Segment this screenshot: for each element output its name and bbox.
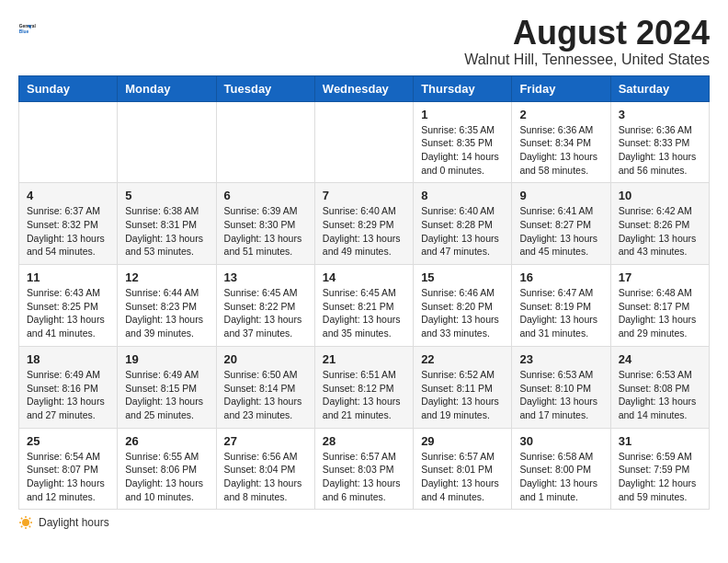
day-info: Sunrise: 6:43 AM Sunset: 8:25 PM Dayligh… — [27, 286, 109, 340]
day-number: 5 — [125, 189, 208, 202]
day-number: 11 — [27, 270, 109, 284]
day-number: 21 — [323, 352, 405, 366]
calendar-cell: 2Sunrise: 6:36 AM Sunset: 8:34 PM Daylig… — [512, 101, 610, 183]
day-number: 23 — [519, 352, 602, 366]
day-number: 9 — [519, 189, 602, 202]
day-number: 30 — [519, 434, 602, 448]
day-info: Sunrise: 6:40 AM Sunset: 8:28 PM Dayligh… — [421, 204, 504, 259]
svg-line-11 — [29, 518, 30, 519]
day-info: Sunrise: 6:59 AM Sunset: 7:59 PM Dayligh… — [619, 450, 701, 504]
col-tuesday: Tuesday — [216, 75, 314, 101]
day-info: Sunrise: 6:36 AM Sunset: 8:33 PM Dayligh… — [619, 123, 701, 178]
header-row: Sunday Monday Tuesday Wednesday Thursday… — [19, 75, 710, 101]
day-number: 14 — [323, 270, 405, 284]
svg-line-8 — [21, 518, 22, 519]
day-number: 4 — [27, 189, 109, 202]
day-number: 16 — [519, 270, 602, 284]
calendar-cell — [216, 101, 314, 183]
calendar-cell: 4Sunrise: 6:37 AM Sunset: 8:32 PM Daylig… — [19, 183, 118, 265]
svg-point-3 — [22, 519, 29, 526]
day-number: 8 — [421, 189, 504, 202]
calendar-week-3: 11Sunrise: 6:43 AM Sunset: 8:25 PM Dayli… — [19, 265, 710, 347]
day-number: 10 — [619, 189, 701, 202]
day-info: Sunrise: 6:52 AM Sunset: 8:11 PM Dayligh… — [421, 368, 504, 422]
day-info: Sunrise: 6:38 AM Sunset: 8:31 PM Dayligh… — [125, 204, 208, 259]
title-area: August 2024 Walnut Hill, Tennessee, Unit… — [464, 15, 710, 68]
calendar-cell: 14Sunrise: 6:45 AM Sunset: 8:21 PM Dayli… — [314, 265, 413, 347]
calendar-cell: 26Sunrise: 6:55 AM Sunset: 8:06 PM Dayli… — [118, 428, 216, 510]
day-number: 24 — [619, 352, 701, 366]
day-info: Sunrise: 6:35 AM Sunset: 8:35 PM Dayligh… — [421, 123, 504, 178]
day-number: 20 — [224, 352, 307, 366]
day-number: 31 — [619, 434, 701, 448]
calendar-week-2: 4Sunrise: 6:37 AM Sunset: 8:32 PM Daylig… — [19, 183, 710, 265]
day-number: 12 — [125, 270, 208, 284]
svg-text:Blue: Blue — [19, 29, 29, 34]
calendar-cell: 20Sunrise: 6:50 AM Sunset: 8:14 PM Dayli… — [216, 346, 314, 428]
sun-icon — [18, 515, 33, 530]
svg-line-10 — [21, 526, 22, 527]
day-info: Sunrise: 6:57 AM Sunset: 8:03 PM Dayligh… — [323, 450, 405, 504]
day-number: 13 — [224, 270, 307, 284]
day-info: Sunrise: 6:48 AM Sunset: 8:17 PM Dayligh… — [619, 286, 701, 340]
calendar-cell: 25Sunrise: 6:54 AM Sunset: 8:07 PM Dayli… — [19, 428, 118, 510]
day-info: Sunrise: 6:55 AM Sunset: 8:06 PM Dayligh… — [125, 450, 208, 504]
calendar-cell: 29Sunrise: 6:57 AM Sunset: 8:01 PM Dayli… — [414, 428, 512, 510]
col-thursday: Thursday — [414, 75, 512, 101]
day-number: 3 — [619, 108, 701, 121]
day-number: 15 — [421, 270, 504, 284]
day-number: 2 — [519, 108, 602, 121]
svg-text:General: General — [19, 24, 36, 29]
calendar-cell: 17Sunrise: 6:48 AM Sunset: 8:17 PM Dayli… — [610, 265, 709, 347]
calendar-cell: 24Sunrise: 6:53 AM Sunset: 8:08 PM Dayli… — [610, 346, 709, 428]
day-info: Sunrise: 6:49 AM Sunset: 8:16 PM Dayligh… — [27, 368, 109, 422]
day-number: 18 — [27, 352, 109, 366]
day-number: 29 — [421, 434, 504, 448]
calendar-week-1: 1Sunrise: 6:35 AM Sunset: 8:35 PM Daylig… — [19, 101, 710, 183]
day-info: Sunrise: 6:50 AM Sunset: 8:14 PM Dayligh… — [224, 368, 307, 422]
calendar-week-4: 18Sunrise: 6:49 AM Sunset: 8:16 PM Dayli… — [19, 346, 710, 428]
calendar-cell: 8Sunrise: 6:40 AM Sunset: 8:28 PM Daylig… — [414, 183, 512, 265]
day-info: Sunrise: 6:36 AM Sunset: 8:34 PM Dayligh… — [519, 123, 602, 178]
day-info: Sunrise: 6:42 AM Sunset: 8:26 PM Dayligh… — [619, 204, 701, 259]
day-info: Sunrise: 6:56 AM Sunset: 8:04 PM Dayligh… — [224, 450, 307, 504]
main-title: August 2024 — [464, 15, 710, 52]
day-info: Sunrise: 6:41 AM Sunset: 8:27 PM Dayligh… — [519, 204, 602, 259]
col-friday: Friday — [512, 75, 610, 101]
day-number: 22 — [421, 352, 504, 366]
day-info: Sunrise: 6:47 AM Sunset: 8:19 PM Dayligh… — [519, 286, 602, 340]
col-sunday: Sunday — [19, 75, 118, 101]
day-info: Sunrise: 6:51 AM Sunset: 8:12 PM Dayligh… — [323, 368, 405, 422]
calendar-cell: 22Sunrise: 6:52 AM Sunset: 8:11 PM Dayli… — [414, 346, 512, 428]
calendar-cell: 15Sunrise: 6:46 AM Sunset: 8:20 PM Dayli… — [414, 265, 512, 347]
logo: General Blue General — [18, 15, 46, 42]
day-number: 1 — [421, 108, 504, 121]
day-info: Sunrise: 6:37 AM Sunset: 8:32 PM Dayligh… — [27, 204, 109, 259]
day-number: 25 — [27, 434, 109, 448]
calendar-cell: 16Sunrise: 6:47 AM Sunset: 8:19 PM Dayli… — [512, 265, 610, 347]
calendar-cell: 18Sunrise: 6:49 AM Sunset: 8:16 PM Dayli… — [19, 346, 118, 428]
logo-icon: General Blue — [18, 15, 46, 42]
calendar-week-5: 25Sunrise: 6:54 AM Sunset: 8:07 PM Dayli… — [19, 428, 710, 510]
calendar-cell: 21Sunrise: 6:51 AM Sunset: 8:12 PM Dayli… — [314, 346, 413, 428]
day-info: Sunrise: 6:58 AM Sunset: 8:00 PM Dayligh… — [519, 450, 602, 504]
calendar-cell: 23Sunrise: 6:53 AM Sunset: 8:10 PM Dayli… — [512, 346, 610, 428]
day-number: 26 — [125, 434, 208, 448]
calendar-cell: 31Sunrise: 6:59 AM Sunset: 7:59 PM Dayli… — [610, 428, 709, 510]
day-number: 6 — [224, 189, 307, 202]
calendar-cell: 30Sunrise: 6:58 AM Sunset: 8:00 PM Dayli… — [512, 428, 610, 510]
day-number: 27 — [224, 434, 307, 448]
svg-line-9 — [29, 526, 30, 527]
day-info: Sunrise: 6:57 AM Sunset: 8:01 PM Dayligh… — [421, 450, 504, 504]
calendar-cell — [314, 101, 413, 183]
day-info: Sunrise: 6:54 AM Sunset: 8:07 PM Dayligh… — [27, 450, 109, 504]
day-info: Sunrise: 6:45 AM Sunset: 8:21 PM Dayligh… — [323, 286, 405, 340]
calendar-cell: 5Sunrise: 6:38 AM Sunset: 8:31 PM Daylig… — [118, 183, 216, 265]
calendar-table: Sunday Monday Tuesday Wednesday Thursday… — [18, 75, 710, 511]
calendar-cell: 6Sunrise: 6:39 AM Sunset: 8:30 PM Daylig… — [216, 183, 314, 265]
page-header: General Blue General August 2024 Walnut … — [18, 15, 710, 68]
day-number: 17 — [619, 270, 701, 284]
calendar-cell: 11Sunrise: 6:43 AM Sunset: 8:25 PM Dayli… — [19, 265, 118, 347]
calendar-cell: 12Sunrise: 6:44 AM Sunset: 8:23 PM Dayli… — [118, 265, 216, 347]
calendar-cell: 28Sunrise: 6:57 AM Sunset: 8:03 PM Dayli… — [314, 428, 413, 510]
